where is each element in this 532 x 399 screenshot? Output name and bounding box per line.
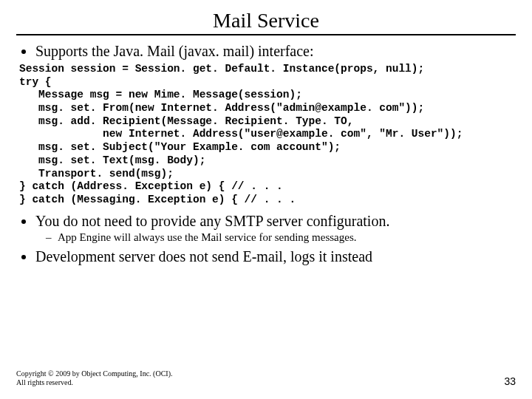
bullet-1: Supports the Java. Mail (javax. mail) in… (35, 43, 516, 60)
bullet-2-text: You do not need to provide any SMTP serv… (35, 213, 389, 229)
slide: Mail Service Supports the Java. Mail (ja… (0, 0, 532, 399)
sub-bullet-1: App Engine will always use the Mail serv… (58, 231, 516, 244)
bullet-list: Supports the Java. Mail (javax. mail) in… (16, 43, 516, 60)
title-rule (16, 34, 516, 35)
page-number: 33 (504, 375, 516, 387)
slide-title: Mail Service (16, 9, 516, 33)
code-block: Session session = Session. get. Default.… (19, 63, 516, 207)
footer-line-2: All rights reserved. (16, 378, 172, 387)
bullet-list-2: You do not need to provide any SMTP serv… (16, 213, 516, 265)
sub-bullet-list: App Engine will always use the Mail serv… (35, 231, 516, 244)
bullet-3: Development server does not send E-mail,… (35, 248, 516, 265)
footer-line-1: Copyright © 2009 by Object Computing, In… (16, 369, 172, 378)
bullet-2: You do not need to provide any SMTP serv… (35, 213, 516, 244)
copyright-footer: Copyright © 2009 by Object Computing, In… (16, 369, 172, 387)
